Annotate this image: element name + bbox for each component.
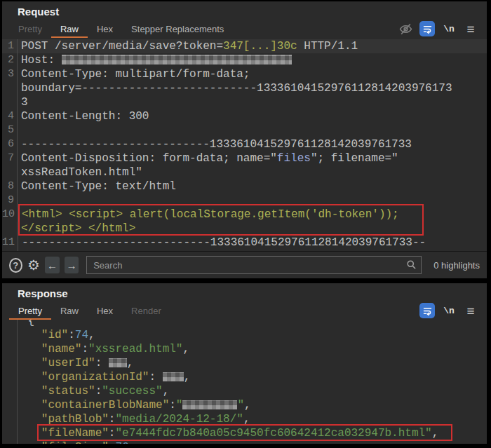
code-line: 5 xyxy=(2,123,487,137)
request-panel: Request PrettyRawHexStepper Replacements xyxy=(2,1,487,251)
tab-pretty[interactable]: Pretty xyxy=(9,301,51,320)
response-tabs: PrettyRawHexRender xyxy=(9,301,170,320)
tab-hex[interactable]: Hex xyxy=(88,301,122,320)
tab-raw[interactable]: Raw xyxy=(51,20,88,38)
code-line: 4Content-Length: 300 xyxy=(2,109,487,123)
code-line: "fileName":"e7444fdc7b840a05c9450fc60642… xyxy=(2,426,487,440)
line-number xyxy=(2,440,18,444)
line-number: 9 xyxy=(2,194,18,208)
code-line: 1POST /server/media/save?token=347[...]3… xyxy=(2,39,487,53)
line-number xyxy=(2,165,18,179)
burp-editor-window: Request PrettyRawHexStepper Replacements xyxy=(2,1,487,444)
response-toolbar-icons: \n ≡ xyxy=(419,301,487,320)
code-line: { xyxy=(2,320,487,328)
code-line: "status":"success", xyxy=(2,384,487,398)
code-line: 10<html> <script> alert(localStorage.get… xyxy=(2,208,487,222)
code-line: 3Content-Type: multipart/form-data; xyxy=(2,67,487,81)
line-number: 2 xyxy=(2,53,18,67)
tab-raw[interactable]: Raw xyxy=(51,301,88,320)
code-line: 3 xyxy=(2,95,487,109)
line-number: 10 xyxy=(2,208,18,222)
line-number xyxy=(2,356,18,370)
line-number: 6 xyxy=(2,137,18,151)
line-number: 1 xyxy=(2,39,18,53)
line-number: 3 xyxy=(2,67,18,81)
help-icon[interactable]: ? xyxy=(9,258,22,273)
search-prev-button[interactable]: ← xyxy=(45,257,59,273)
search-bar: ? ⚙ ← → 0 highlights xyxy=(2,251,487,278)
code-line: 11----------------------------1333610415… xyxy=(2,236,487,250)
highlights-count: 0 highlights xyxy=(433,260,480,271)
code-line: "id":74, xyxy=(2,328,487,342)
line-number: 7 xyxy=(2,151,18,165)
show-newlines-icon[interactable]: \n xyxy=(441,303,457,318)
line-number xyxy=(2,342,18,356)
search-icon xyxy=(406,259,417,273)
code-line: xssReadToken.html" xyxy=(2,165,487,179)
code-line: "pathBlob":"media/2024-12-18/", xyxy=(2,412,487,426)
word-wrap-icon[interactable] xyxy=(419,303,435,318)
tab-render[interactable]: Render xyxy=(122,301,170,320)
request-tabs: PrettyRawHexStepper Replacements xyxy=(9,20,233,38)
search-next-button[interactable]: → xyxy=(65,257,79,273)
redacted-value xyxy=(163,372,184,381)
tab-pretty[interactable]: Pretty xyxy=(9,20,51,38)
search-input[interactable] xyxy=(86,256,422,274)
line-number: 11 xyxy=(2,236,18,250)
line-number xyxy=(2,426,18,440)
search-field-wrap xyxy=(86,256,422,274)
redacted-value xyxy=(182,400,237,409)
code-line: 8Content-Type: text/html xyxy=(2,179,487,194)
line-number xyxy=(2,412,18,426)
line-number: 4 xyxy=(2,109,18,123)
response-panel-title: Response xyxy=(2,283,487,301)
request-code: 1POST /server/media/save?token=347[...]3… xyxy=(2,38,487,251)
settings-gear-icon[interactable]: ⚙ xyxy=(27,257,41,273)
response-code: { "id":74, "name":"xssread.html", "userI… xyxy=(2,320,487,444)
line-number xyxy=(2,328,18,342)
line-number xyxy=(2,95,18,109)
line-number xyxy=(2,384,18,398)
code-line: 7Content-Disposition: form-data; name="f… xyxy=(2,151,487,165)
line-number xyxy=(2,320,18,328)
panel-divider xyxy=(2,278,487,283)
line-number: 5 xyxy=(2,123,18,137)
request-editor[interactable]: 1POST /server/media/save?token=347[...]3… xyxy=(2,38,487,251)
code-line: 12 xyxy=(2,250,487,251)
tab-stepper-replacements[interactable]: Stepper Replacements xyxy=(122,20,233,38)
line-number: 12 xyxy=(2,250,18,251)
code-line: 6----------------------------13336104152… xyxy=(2,137,487,151)
line-number xyxy=(2,81,18,95)
code-line: boundary=--------------------------13336… xyxy=(2,81,487,95)
line-number xyxy=(2,398,18,412)
show-newlines-icon[interactable]: \n xyxy=(441,21,457,36)
code-line: 2Host: xyxy=(2,53,487,67)
request-toolbar-icons: \n ≡ xyxy=(398,20,487,38)
code-line: </script> </html> xyxy=(2,222,487,236)
menu-icon[interactable]: ≡ xyxy=(463,303,478,318)
code-line: "userId": , xyxy=(2,356,487,370)
response-panel: Response PrettyRawHexRender \n ≡ xyxy=(2,283,487,444)
request-tab-bar: PrettyRawHexStepper Replacements xyxy=(2,20,487,38)
code-line: "organizationId": , xyxy=(2,370,487,384)
tab-hex[interactable]: Hex xyxy=(88,20,122,38)
response-tab-bar: PrettyRawHexRender \n ≡ xyxy=(2,301,487,320)
response-editor[interactable]: { "id":74, "name":"xssread.html", "userI… xyxy=(2,320,487,444)
code-line: "fileSize":76, xyxy=(2,440,487,444)
line-number: 8 xyxy=(2,179,18,194)
code-line: "name":"xssread.html", xyxy=(2,342,487,356)
word-wrap-icon[interactable] xyxy=(419,21,435,36)
code-line: 9 xyxy=(2,194,487,208)
request-panel-title: Request xyxy=(2,1,487,20)
menu-icon[interactable]: ≡ xyxy=(463,21,478,36)
code-line: "containerBlobName":"", xyxy=(2,398,487,412)
redacted-value xyxy=(109,358,127,367)
redacted-value xyxy=(62,55,292,65)
line-number xyxy=(2,370,18,384)
line-number xyxy=(2,222,18,236)
hide-eye-icon[interactable] xyxy=(398,21,413,36)
